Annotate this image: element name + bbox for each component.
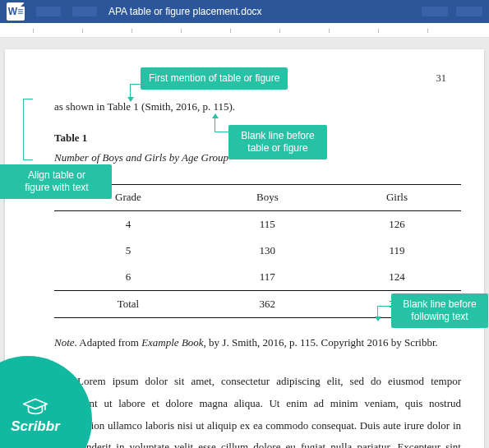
table-cell: 124 bbox=[333, 264, 461, 291]
note-book-title: Example Book bbox=[141, 336, 203, 349]
word-titlebar: W≡ APA table or figure placement.docx bbox=[0, 0, 489, 23]
note-tail: , by J. Smith, 2016, p. 115. Copyright 2… bbox=[204, 336, 438, 349]
table-header-cell: Girls bbox=[333, 185, 461, 210]
table-cell: 362 bbox=[202, 290, 333, 317]
table-cell: 117 bbox=[202, 264, 333, 291]
table-cell: 130 bbox=[202, 238, 333, 264]
table-note: Note. Adapted from Example Book, by J. S… bbox=[54, 335, 461, 351]
titlebar-placeholder bbox=[72, 7, 97, 16]
bracket-table-heading bbox=[23, 99, 33, 160]
table-cell: Total bbox=[54, 290, 202, 317]
callout-line: figure with text bbox=[25, 182, 88, 193]
table-header-cell: Boys bbox=[202, 185, 333, 210]
table-cell: 119 bbox=[333, 238, 461, 264]
callout-line: table or figure bbox=[247, 142, 307, 154]
table-cell: 115 bbox=[202, 210, 333, 238]
body-paragraph: Lorem ipsum dolor sit amet, consectetur … bbox=[54, 371, 461, 448]
table-row: 6 117 124 bbox=[54, 264, 461, 291]
titlebar-right-controls bbox=[422, 7, 482, 16]
body-text-line: as shown in Table 1 (Smith, 2016, p. 115… bbox=[54, 99, 461, 115]
callout-blank-before: Blank line before table or figure bbox=[228, 125, 327, 159]
callout-line: Blank line before bbox=[403, 298, 476, 310]
callout-line: following text bbox=[411, 311, 468, 322]
word-app-icon: W≡ bbox=[7, 2, 25, 21]
callout-line: Align table or bbox=[28, 169, 85, 181]
titlebar-placeholder bbox=[456, 7, 482, 16]
titlebar-placeholder bbox=[36, 7, 61, 16]
note-label: Note bbox=[54, 336, 75, 349]
page-number: 31 bbox=[436, 71, 447, 86]
graduation-cap-icon bbox=[21, 397, 49, 415]
document-filename: APA table or figure placement.docx bbox=[108, 6, 262, 17]
callout-blank-after: Blank line before following text bbox=[391, 293, 488, 328]
table-cell: 4 bbox=[54, 210, 202, 238]
callout-first-mention: First mention of table or figure bbox=[141, 67, 288, 90]
table-cell: 126 bbox=[333, 210, 461, 238]
callout-line: Blank line before bbox=[241, 130, 314, 141]
table-row: 5 130 119 bbox=[54, 238, 461, 264]
table-header-row: Grade Boys Girls bbox=[54, 185, 461, 210]
scribbr-brand-name: Scribbr bbox=[11, 418, 60, 435]
callout-align: Align table or figure with text bbox=[0, 164, 112, 199]
ruler bbox=[0, 23, 489, 38]
table-cell: 6 bbox=[54, 264, 202, 291]
titlebar-placeholder bbox=[422, 7, 448, 16]
note-sep: . Adapted from bbox=[75, 336, 142, 349]
table-row: 4 115 126 bbox=[54, 210, 461, 238]
table-cell: 5 bbox=[54, 238, 202, 264]
